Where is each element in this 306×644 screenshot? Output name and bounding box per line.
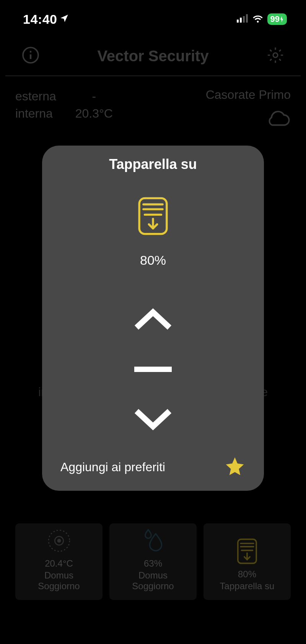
status-bar: 14:40 99 [0,0,306,34]
status-left: 14:40 [23,12,69,27]
shutter-stop-button[interactable] [132,356,174,383]
shutter-icon [236,538,258,566]
svg-point-7 [273,53,278,57]
add-favorite-label: Aggiungi ai preferiti [60,460,165,474]
tile-line1: Domus [138,570,168,581]
battery-percent: 99 [270,14,280,24]
svg-rect-21 [134,367,172,372]
tile-line1: Domus [44,570,73,581]
status-right: 99 [237,13,287,25]
svg-rect-3 [246,14,248,23]
wifi-icon [252,14,264,24]
tile-temperature[interactable]: 20.4°C Domus Soggiorno [15,523,103,600]
modal-title: Tapparella su [109,156,197,172]
weather-row: esterna interna - 20.3°C Casorate Primo [0,76,306,141]
cloud-icon [264,123,291,129]
tile-value: 20.4°C [45,558,73,569]
svg-point-10 [57,539,60,542]
tile-line2: Soggiorno [38,581,80,592]
cellular-signal-icon [237,14,248,24]
gear-icon[interactable] [266,46,285,66]
tile-value: 80% [238,569,256,580]
battery-indicator: 99 [267,13,287,25]
status-time: 14:40 [23,12,57,27]
location-arrow-icon [59,13,69,25]
info-icon[interactable] [21,46,40,66]
app-header: Vector Security [5,38,301,76]
svg-rect-0 [237,20,239,23]
svg-point-4 [23,48,38,63]
shutter-icon [136,196,170,238]
modal-footer: Aggiungi ai preferiti [55,456,251,478]
svg-point-6 [30,51,32,53]
svg-rect-11 [238,539,256,564]
shutter-control-modal: Tapparella su 80% Aggiungi ai preferiti [42,146,264,491]
tile-line2: Soggiorno [132,581,174,592]
favorite-star-button[interactable] [224,456,246,478]
thermostat-dial-icon [45,526,73,557]
weather-city: Casorate Primo [206,88,291,102]
favorite-tiles: 20.4°C Domus Soggiorno 63% Domus Soggior… [15,523,291,600]
page-title: Vector Security [97,48,208,65]
svg-rect-1 [240,18,242,23]
shutter-down-button[interactable] [132,406,174,433]
shutter-percent: 80% [140,253,166,268]
weather-label-outside: esterna [15,88,56,105]
tile-humidity[interactable]: 63% Domus Soggiorno [109,523,197,600]
svg-point-9 [55,536,63,545]
tile-line1: Tapparella su [220,581,275,592]
svg-point-8 [49,530,70,551]
shutter-up-button[interactable] [132,306,174,333]
weather-value-outside: - [75,88,113,105]
humidity-drops-icon [141,526,166,557]
svg-rect-2 [243,16,245,23]
tile-value: 63% [144,558,162,569]
weather-value-inside: 20.3°C [75,105,113,122]
tile-shutter[interactable]: 80% Tapparella su [203,523,291,600]
weather-label-inside: interna [15,105,56,122]
